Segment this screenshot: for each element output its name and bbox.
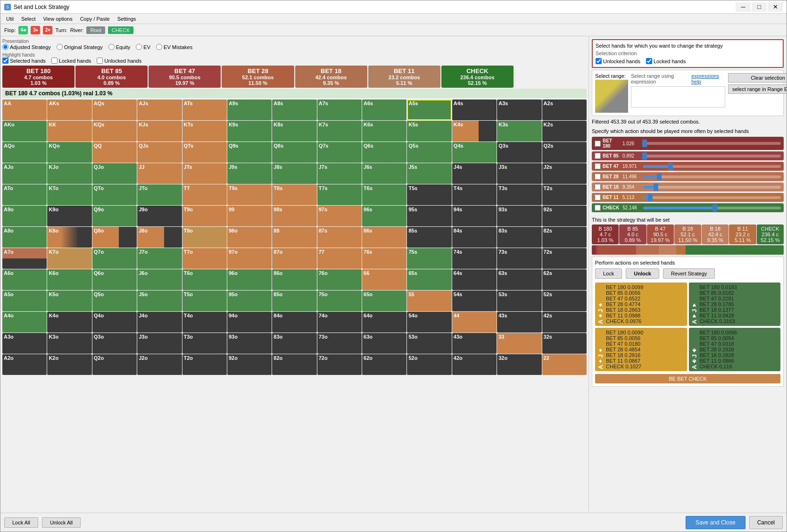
- hand-cell[interactable]: 95o: [227, 291, 272, 311]
- save-close-button[interactable]: Save and Close: [686, 516, 746, 529]
- hand-cell[interactable]: 86o: [272, 269, 316, 290]
- hand-cell[interactable]: 64o: [362, 312, 406, 332]
- hand-cell[interactable]: AJs: [137, 100, 182, 120]
- hand-cell[interactable]: 75o: [317, 291, 362, 311]
- unlock-all-button[interactable]: Unlock All: [42, 517, 81, 528]
- hand-cell[interactable]: 93s: [497, 206, 541, 226]
- hand-cell[interactable]: Q6o: [92, 269, 137, 290]
- hand-cell[interactable]: A8s: [272, 100, 316, 120]
- hand-cell[interactable]: 88: [272, 227, 316, 248]
- hand-cell[interactable]: 76o: [317, 269, 362, 290]
- hand-cell[interactable]: A9s: [227, 100, 272, 120]
- hand-cell[interactable]: T6s: [362, 184, 406, 205]
- hand-cell[interactable]: J4o: [137, 312, 182, 332]
- hand-cell[interactable]: 92o: [227, 354, 272, 375]
- hand-cell[interactable]: T9o: [182, 206, 227, 226]
- hand-cell[interactable]: 97o: [227, 248, 272, 269]
- slider-thumb-check[interactable]: [712, 204, 717, 212]
- hand-cell[interactable]: 62s: [542, 269, 587, 290]
- slider-track-bet180[interactable]: [643, 142, 781, 145]
- hand-cell[interactable]: 84s: [452, 227, 497, 248]
- hand-cell[interactable]: A5o: [2, 291, 47, 311]
- hand-cell[interactable]: J5s: [407, 163, 451, 184]
- radio-equity[interactable]: Equity: [108, 44, 131, 50]
- minimize-button[interactable]: ─: [736, 2, 751, 12]
- hand-cell[interactable]: AQo: [2, 142, 47, 163]
- hand-cell[interactable]: T7o: [182, 248, 227, 269]
- menu-settings[interactable]: Settings: [114, 15, 140, 23]
- hand-cell[interactable]: J7s: [317, 163, 362, 184]
- hand-cell[interactable]: Q6s: [362, 142, 406, 163]
- hand-cell[interactable]: KTs: [182, 121, 227, 141]
- hand-cell[interactable]: K7s: [317, 121, 362, 141]
- hand-cell[interactable]: A3o: [2, 333, 47, 354]
- hand-cell[interactable]: A5s: [407, 100, 451, 120]
- hand-cell[interactable]: AA: [2, 100, 47, 120]
- hand-cell[interactable]: T3o: [182, 333, 227, 354]
- hand-cell[interactable]: 85o: [272, 291, 316, 311]
- hand-cell[interactable]: J9s: [227, 163, 272, 184]
- hand-cell[interactable]: Q2s: [542, 142, 587, 163]
- hand-cell[interactable]: K8o: [47, 227, 91, 248]
- radio-ev-mistakes[interactable]: EV Mistakes: [156, 44, 192, 50]
- hand-cell[interactable]: 52o: [407, 354, 451, 375]
- hand-cell[interactable]: 22: [542, 354, 587, 375]
- radio-ev[interactable]: EV: [136, 44, 150, 50]
- slider-track-check[interactable]: [643, 207, 781, 209]
- hand-cell[interactable]: TT: [182, 184, 227, 205]
- menu-util[interactable]: Util: [2, 15, 17, 23]
- hand-cell[interactable]: Q5s: [407, 142, 451, 163]
- hand-cell[interactable]: 92s: [542, 206, 587, 226]
- hand-cell[interactable]: ATo: [2, 184, 47, 205]
- hand-cell[interactable]: 43s: [497, 312, 541, 332]
- range-expression-input[interactable]: [631, 86, 725, 108]
- hand-cell[interactable]: J3s: [497, 163, 541, 184]
- hand-cell[interactable]: 55: [407, 291, 451, 311]
- hand-cell[interactable]: A6s: [362, 100, 406, 120]
- hand-cell[interactable]: T8o: [182, 227, 227, 248]
- hand-cell[interactable]: KQs: [92, 121, 137, 141]
- hand-cell[interactable]: AKo: [2, 121, 47, 141]
- hand-cell[interactable]: 85s: [407, 227, 451, 248]
- action-bet85[interactable]: BET 85 4.0 combos 0.89 %: [75, 66, 148, 88]
- hand-cell[interactable]: T2s: [542, 184, 587, 205]
- hand-cell[interactable]: AJo: [2, 163, 47, 184]
- hand-cell[interactable]: KQo: [47, 142, 91, 163]
- lock-all-button[interactable]: Lock All: [4, 517, 38, 528]
- slider-track-bet11[interactable]: [643, 196, 781, 199]
- hand-cell[interactable]: A2s: [542, 100, 587, 120]
- revert-button[interactable]: Revert Strategy: [663, 268, 715, 279]
- root-button[interactable]: Root: [86, 26, 105, 34]
- hand-cell[interactable]: J5o: [137, 291, 182, 311]
- expressions-help-link[interactable]: expressions help: [691, 73, 725, 84]
- hand-cell[interactable]: 96o: [227, 269, 272, 290]
- hand-cell[interactable]: T5s: [407, 184, 451, 205]
- hand-cell[interactable]: 86s: [362, 227, 406, 248]
- hand-cell[interactable]: J7o: [137, 248, 182, 269]
- hand-cell[interactable]: 74s: [452, 248, 497, 269]
- hand-cell[interactable]: 62o: [362, 354, 406, 375]
- hand-cell[interactable]: KJs: [137, 121, 182, 141]
- action-bet47[interactable]: BET 47 90.5 combos 19.97 %: [149, 66, 221, 88]
- hand-cell[interactable]: 42o: [452, 354, 497, 375]
- hand-cell[interactable]: JJ: [137, 163, 182, 184]
- hand-cell[interactable]: K2o: [47, 354, 91, 375]
- cancel-button[interactable]: Cancel: [749, 516, 783, 529]
- hand-cell[interactable]: A6o: [2, 269, 47, 290]
- hand-cell[interactable]: 73s: [497, 248, 541, 269]
- hand-cell[interactable]: 66: [362, 269, 406, 290]
- hand-cell[interactable]: JTs: [182, 163, 227, 184]
- hand-cell[interactable]: J4s: [452, 163, 497, 184]
- hand-cell[interactable]: 54o: [407, 312, 451, 332]
- lock-button[interactable]: Lock: [595, 268, 622, 279]
- hand-cell[interactable]: QJo: [92, 163, 137, 184]
- menu-copy-paste[interactable]: Copy / Paste: [76, 15, 114, 23]
- slider-checkbox-bet47[interactable]: [595, 163, 601, 169]
- hand-cell[interactable]: 73o: [317, 333, 362, 354]
- hand-cell[interactable]: 44: [452, 312, 497, 332]
- hand-cell[interactable]: ATs: [182, 100, 227, 120]
- hand-cell[interactable]: 43o: [452, 333, 497, 354]
- hand-cell[interactable]: J2s: [542, 163, 587, 184]
- radio-adjusted[interactable]: Adjusted Strategy: [2, 44, 51, 50]
- hand-cell[interactable]: 76s: [362, 248, 406, 269]
